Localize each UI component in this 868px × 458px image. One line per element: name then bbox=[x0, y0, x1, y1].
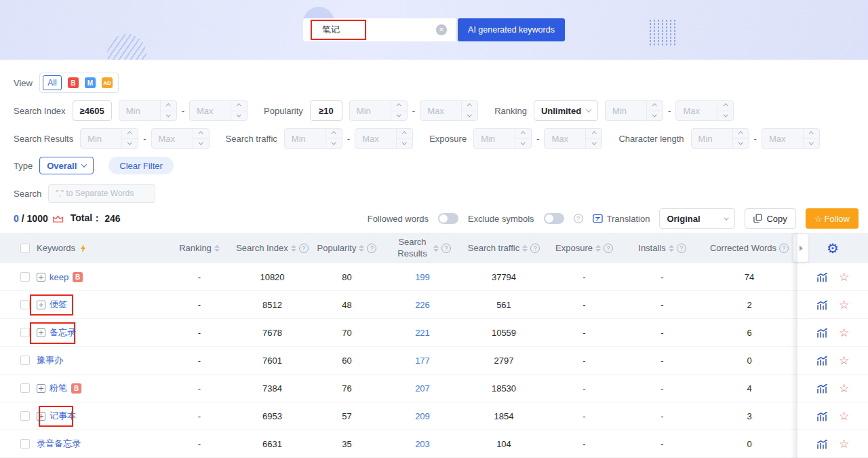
trend-chart-icon[interactable] bbox=[816, 356, 828, 366]
expand-row-icon[interactable] bbox=[37, 328, 45, 337]
keyword-link[interactable]: 录音备忘录 bbox=[37, 438, 81, 450]
keyword-link[interactable]: 粉笔 bbox=[50, 382, 67, 394]
type-dropdown[interactable]: Overall bbox=[39, 157, 94, 174]
sort-icon[interactable] bbox=[433, 245, 439, 252]
spinner-down-button[interactable] bbox=[326, 139, 342, 149]
column-header-exposure[interactable]: Exposure bbox=[555, 243, 593, 253]
help-icon[interactable]: ? bbox=[677, 244, 686, 253]
search-words-input[interactable] bbox=[48, 184, 155, 203]
sort-icon[interactable] bbox=[359, 245, 364, 252]
favorite-star-icon[interactable]: ☆ bbox=[839, 411, 849, 422]
trend-chart-icon[interactable] bbox=[816, 300, 828, 310]
cell-search_results[interactable]: 209 bbox=[382, 411, 462, 421]
spinner-up-button[interactable] bbox=[804, 129, 819, 139]
translation-dropdown[interactable]: Original bbox=[659, 208, 735, 229]
spinner-up-button[interactable] bbox=[391, 101, 407, 111]
favorite-star-icon[interactable]: ☆ bbox=[839, 327, 849, 339]
max-input[interactable] bbox=[762, 129, 803, 148]
keyword-link[interactable]: keep bbox=[50, 272, 68, 282]
column-header-installs[interactable]: Installs bbox=[638, 243, 665, 253]
max-input[interactable] bbox=[420, 101, 461, 120]
spinner-up-button[interactable] bbox=[647, 101, 663, 111]
max-input[interactable] bbox=[152, 129, 193, 148]
trend-chart-icon[interactable] bbox=[816, 383, 828, 394]
trend-chart-icon[interactable] bbox=[816, 439, 828, 449]
spinner-down-button[interactable] bbox=[397, 139, 412, 149]
favorite-star-icon[interactable]: ☆ bbox=[839, 438, 849, 450]
cell-search_results[interactable]: 199 bbox=[382, 272, 462, 282]
column-header-search_traffic[interactable]: Search traffic bbox=[468, 243, 519, 253]
column-header-keyword[interactable]: Keywords bbox=[37, 243, 75, 253]
help-icon[interactable]: ? bbox=[779, 244, 789, 253]
help-icon[interactable]: ? bbox=[367, 244, 376, 253]
sort-icon[interactable] bbox=[669, 245, 674, 252]
row-checkbox[interactable] bbox=[20, 356, 30, 365]
spinner-up-button[interactable] bbox=[397, 129, 412, 139]
trend-chart-icon[interactable] bbox=[816, 272, 828, 282]
min-input[interactable] bbox=[81, 129, 121, 148]
view-option-all[interactable]: All bbox=[43, 75, 62, 90]
spinner-down-button[interactable] bbox=[161, 111, 176, 121]
row-checkbox[interactable] bbox=[20, 383, 30, 393]
spinner-up-button[interactable] bbox=[161, 101, 176, 111]
spinner-up-button[interactable] bbox=[122, 129, 138, 139]
followed-words-toggle[interactable] bbox=[438, 213, 458, 224]
spinner-up-button[interactable] bbox=[515, 129, 531, 139]
keyword-link[interactable]: 记事本 bbox=[50, 410, 76, 422]
favorite-star-icon[interactable]: ☆ bbox=[839, 383, 849, 394]
search-index-value[interactable]: ≥4605 bbox=[73, 100, 112, 121]
row-checkbox[interactable] bbox=[20, 328, 30, 337]
spinner-down-button[interactable] bbox=[193, 139, 209, 149]
spinner-up-button[interactable] bbox=[717, 101, 733, 111]
min-input[interactable] bbox=[692, 129, 732, 148]
spinner-up-button[interactable] bbox=[326, 129, 342, 139]
view-option-m-badge[interactable]: M bbox=[85, 77, 96, 88]
favorite-star-icon[interactable]: ☆ bbox=[839, 355, 849, 366]
trend-chart-icon[interactable] bbox=[816, 411, 828, 421]
row-checkbox[interactable] bbox=[20, 411, 30, 421]
expand-row-icon[interactable] bbox=[37, 384, 45, 393]
spinner-down-button[interactable] bbox=[122, 139, 138, 149]
spinner-up-button[interactable] bbox=[193, 129, 209, 139]
sort-icon[interactable] bbox=[595, 245, 601, 252]
sort-icon[interactable] bbox=[291, 245, 296, 252]
row-checkbox[interactable] bbox=[20, 300, 30, 309]
sort-icon[interactable] bbox=[522, 245, 528, 252]
cell-search_results[interactable]: 203 bbox=[382, 439, 462, 449]
column-header-corrected_words[interactable]: Corrected Words bbox=[710, 243, 776, 253]
spinner-down-button[interactable] bbox=[647, 111, 663, 121]
spinner-down-button[interactable] bbox=[586, 139, 601, 149]
exclude-symbols-help-icon[interactable]: ? bbox=[574, 214, 583, 223]
sort-icon[interactable] bbox=[214, 245, 220, 252]
column-header-popularity[interactable]: Popularity bbox=[317, 243, 357, 253]
min-input[interactable] bbox=[285, 129, 326, 148]
min-input[interactable] bbox=[119, 101, 160, 120]
max-input[interactable] bbox=[545, 129, 585, 148]
trend-chart-icon[interactable] bbox=[816, 328, 828, 338]
min-input[interactable] bbox=[606, 101, 646, 120]
spinner-down-button[interactable] bbox=[391, 111, 407, 121]
cell-search_results[interactable]: 177 bbox=[382, 356, 462, 366]
max-input[interactable] bbox=[190, 101, 231, 120]
keyword-search-input[interactable] bbox=[303, 18, 456, 41]
column-header-ranking[interactable]: Ranking bbox=[179, 243, 212, 253]
spinner-down-button[interactable] bbox=[462, 111, 477, 121]
ranking-dropdown[interactable]: Unlimited bbox=[534, 100, 598, 121]
column-header-search_results[interactable]: Search Results bbox=[394, 237, 431, 259]
spinner-down-button[interactable] bbox=[804, 139, 819, 149]
spinner-down-button[interactable] bbox=[515, 139, 531, 149]
expand-row-icon[interactable] bbox=[37, 301, 45, 309]
cell-search_results[interactable]: 221 bbox=[382, 328, 462, 338]
spinner-up-button[interactable] bbox=[231, 101, 247, 111]
column-header-search_index[interactable]: Search Index bbox=[236, 243, 288, 253]
help-icon[interactable]: ? bbox=[441, 244, 451, 253]
max-input[interactable] bbox=[676, 101, 717, 120]
ai-generated-keywords-button[interactable]: AI generated keywords bbox=[458, 18, 565, 41]
copy-button[interactable]: Copy bbox=[745, 208, 795, 229]
max-input[interactable] bbox=[355, 129, 396, 148]
help-icon[interactable]: ? bbox=[604, 244, 613, 253]
follow-button[interactable]: ☆ Follow bbox=[806, 208, 859, 229]
favorite-star-icon[interactable]: ☆ bbox=[839, 299, 849, 311]
favorite-star-icon[interactable]: ☆ bbox=[839, 271, 849, 283]
cell-search_results[interactable]: 226 bbox=[382, 300, 462, 310]
